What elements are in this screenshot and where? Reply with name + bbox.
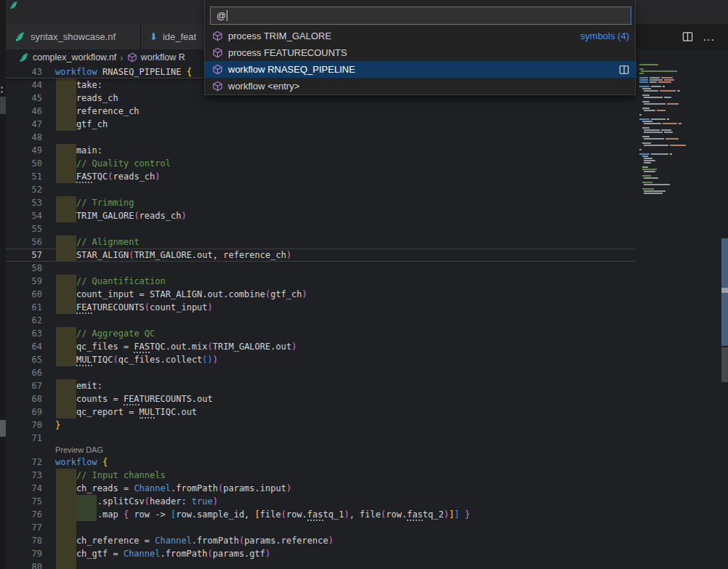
tab-label: ide_feat [163, 31, 196, 42]
item-label: workflow RNASEQ_PIPELINE [228, 64, 614, 75]
codelens-preview-dag[interactable]: Preview DAG [55, 445, 103, 454]
code-line[interactable]: 49 main: [6, 144, 635, 157]
code-line[interactable]: 71 [6, 432, 635, 445]
code-line[interactable]: 73 // Input channels [6, 469, 635, 482]
code-lines[interactable]: 44 take:45 reads_ch46 reference_ch47 gtf… [6, 78, 635, 569]
code-line[interactable]: 58 [6, 262, 635, 275]
line-number[interactable]: 61 [6, 301, 42, 314]
line-number[interactable]: 58 [6, 262, 42, 275]
code-line[interactable]: 79 ch_gtf = Channel.fromPath(params.gtf) [6, 547, 635, 560]
code-line[interactable]: 51 FASTQC(reads_ch) [6, 170, 635, 183]
code-line[interactable]: 47 gtf_ch [6, 118, 635, 131]
left-scrollbar-thumb-bottom[interactable] [0, 420, 6, 437]
line-number[interactable]: 67 [6, 379, 42, 392]
code-line[interactable]: 55 [6, 222, 635, 235]
code-line[interactable]: 66 [6, 366, 635, 379]
line-content: reads_ch [55, 92, 118, 105]
line-number[interactable]: 55 [6, 222, 42, 235]
line-number[interactable]: 70 [6, 419, 42, 432]
code-line[interactable]: 80 [6, 560, 635, 569]
code-line[interactable]: 64 qc_files = FASTQC.out.mix(TRIM_GALORE… [6, 340, 635, 353]
quick-open-item-rnaseq-pipeline[interactable]: workflow RNASEQ_PIPELINE [205, 61, 636, 78]
code-line[interactable]: 70} [6, 419, 635, 432]
line-number[interactable]: 71 [6, 432, 42, 445]
code-line[interactable]: 75 .splitCsv(header: true) [6, 495, 635, 508]
quick-open-item-workflow-entry[interactable]: workflow <entry> [205, 78, 636, 94]
line-number[interactable]: 69 [6, 405, 42, 419]
breadcrumb-symbol[interactable]: workflow R [141, 52, 185, 62]
code-line[interactable]: 78 ch_reference = Channel.fromPath(param… [6, 534, 635, 547]
line-number[interactable]: 53 [6, 196, 42, 209]
more-actions-icon[interactable]: ... [703, 31, 715, 44]
line-number[interactable]: 77 [6, 521, 42, 534]
line-number[interactable]: 45 [6, 92, 42, 105]
code-line[interactable]: 60 count_input = STAR_ALIGN.out.combine(… [6, 288, 635, 301]
code-line[interactable]: 68 counts = FEATURECOUNTS.out [6, 392, 635, 405]
line-number[interactable]: 51 [6, 170, 42, 183]
line-number[interactable]: 73 [6, 469, 42, 482]
code-line[interactable]: 59 // Quantification [6, 275, 635, 288]
line-number[interactable]: 54 [6, 209, 42, 222]
line-number[interactable]: 43 [6, 65, 42, 78]
code-line[interactable]: 62 [6, 314, 635, 327]
code-line[interactable]: 74 ch_reads = Channel.fromPath(params.in… [6, 482, 635, 495]
line-number[interactable]: 62 [6, 314, 42, 327]
code-line[interactable]: 77 [6, 521, 635, 534]
quick-open-item-trim-galore[interactable]: process TRIM_GALORE symbols (4) [205, 28, 636, 44]
minimap[interactable] [639, 64, 708, 209]
code-line[interactable]: 57 STAR_ALIGN(TRIM_GALORE.out, reference… [6, 249, 635, 262]
line-number[interactable]: 79 [6, 547, 42, 560]
quick-open-input[interactable]: @ [210, 7, 631, 25]
line-content: // Trimming [55, 196, 134, 209]
item-label: process TRIM_GALORE [228, 31, 575, 41]
line-number[interactable]: 68 [6, 392, 42, 405]
line-number[interactable]: 80 [6, 560, 42, 569]
quick-open-item-featurecounts[interactable]: process FEATURECOUNTS [205, 44, 636, 61]
code-line[interactable]: 54 TRIM_GALORE(reads_ch) [6, 209, 635, 222]
line-number[interactable]: 72 [6, 456, 42, 469]
split-editor-icon[interactable] [682, 31, 693, 42]
code-line[interactable]: 50 // Quality control [6, 157, 635, 170]
line-number[interactable]: 48 [6, 131, 42, 144]
line-number[interactable]: 75 [6, 495, 42, 508]
code-line[interactable]: 56 // Alignment [6, 235, 635, 249]
line-number[interactable]: 47 [6, 118, 42, 131]
line-number[interactable]: 76 [6, 508, 42, 521]
code-line[interactable]: 46 reference_ch [6, 105, 635, 118]
line-content: TRIM_GALORE(reads_ch) [55, 209, 187, 222]
line-number[interactable]: 49 [6, 144, 42, 157]
line-number[interactable]: 63 [6, 327, 42, 340]
code-line[interactable]: 67 emit: [6, 379, 635, 392]
code-line[interactable]: 61 FEATURECOUNTS(count_input) [6, 301, 635, 314]
breadcrumb-file[interactable]: complex_workflow.nf [33, 52, 116, 62]
code-line[interactable]: 72workflow { [6, 456, 635, 469]
line-number[interactable]: 44 [6, 78, 42, 92]
line-number[interactable]: 59 [6, 275, 42, 288]
open-to-side-icon[interactable] [619, 65, 629, 75]
code-line[interactable]: 63 // Aggregate QC [6, 327, 635, 340]
line-number[interactable]: 56 [6, 235, 42, 249]
line-number[interactable]: 52 [6, 183, 42, 196]
line-number[interactable]: 66 [6, 366, 42, 379]
line-number[interactable]: 57 [6, 249, 42, 262]
quick-open-query: @ [217, 10, 226, 21]
line-number[interactable]: 46 [6, 105, 42, 118]
code-line[interactable]: 76 .map { row -> [row.sample_id, [file(r… [6, 508, 635, 521]
line-number[interactable]: 50 [6, 157, 42, 170]
left-scrollbar-thumb-top[interactable] [0, 97, 6, 114]
line-number[interactable]: 65 [6, 353, 42, 366]
line-content: // Input channels [55, 469, 166, 482]
line-content: FASTQC(reads_ch) [55, 170, 161, 183]
line-number[interactable]: 74 [6, 482, 42, 495]
line-number[interactable]: 64 [6, 340, 42, 353]
code-line[interactable]: 69 qc_report = MULTIQC.out [6, 405, 635, 419]
code-line[interactable]: 53 // Trimming [6, 196, 635, 209]
tab-syntax-showcase[interactable]: syntax_showcase.nf [6, 24, 141, 49]
code-line[interactable]: 52 [6, 183, 635, 196]
scrollbar-thumb[interactable] [721, 347, 728, 382]
code-line[interactable]: 65 MULTIQC(qc_files.collect()) [6, 353, 635, 366]
line-number[interactable]: 60 [6, 288, 42, 301]
symbol-method-icon [212, 64, 223, 75]
line-number[interactable]: 78 [6, 534, 42, 547]
code-line[interactable]: 48 [6, 131, 635, 144]
